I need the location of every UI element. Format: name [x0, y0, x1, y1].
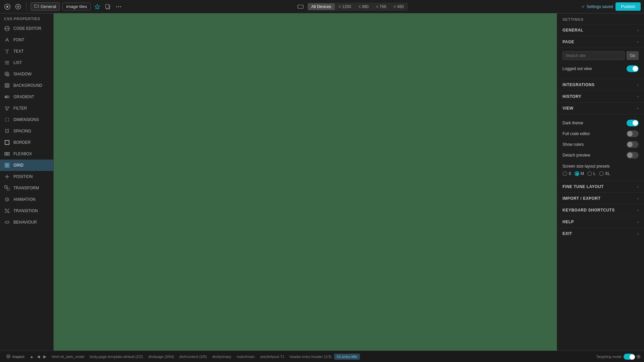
publish-button[interactable]: Publish — [615, 2, 641, 11]
chevron-fine-tune: › — [637, 185, 639, 189]
nav-up-btn[interactable]: ▲ — [28, 354, 35, 360]
device-all[interactable]: All Devices — [308, 3, 334, 10]
search-site-input[interactable] — [562, 51, 625, 60]
breadcrumb-article[interactable]: article#post-71 — [257, 354, 287, 360]
filter-label: FILTER — [13, 106, 27, 111]
sidebar-item-code-editor[interactable]: CODE EDITOR — [0, 23, 53, 34]
device-768[interactable]: < 768 — [373, 3, 389, 10]
section-exit[interactable]: EXIT › — [557, 228, 644, 239]
sidebar-item-spacing[interactable]: SPACING — [0, 125, 53, 137]
detach-preview-toggle[interactable] — [627, 152, 639, 159]
image-tiles-label: image tiles — [66, 4, 87, 9]
section-integrations[interactable]: INTEGRATIONS › — [557, 79, 644, 90]
sidebar-item-list[interactable]: LIST — [0, 57, 53, 68]
section-exit-label: EXIT — [562, 231, 572, 236]
preset-m[interactable]: M — [575, 171, 584, 176]
sidebar-item-shadow[interactable]: SHADOW — [0, 68, 53, 80]
more-icon[interactable] — [115, 3, 123, 11]
preset-xl[interactable]: XL — [599, 171, 610, 176]
preset-s-label: S — [569, 171, 571, 176]
wordpress-icon[interactable]: ⊕ — [636, 353, 641, 360]
sidebar-item-font[interactable]: FONT — [0, 34, 53, 46]
sidebar-item-dimensions[interactable]: DIMENSIONS — [0, 114, 53, 125]
topbar: General image tiles All Devices < 1200 <… — [0, 0, 644, 13]
image-tiles-btn[interactable]: image tiles — [62, 3, 91, 10]
svg-rect-31 — [5, 166, 7, 167]
targeting-mode-label: Targeting mode — [596, 355, 622, 359]
sidebar-item-text[interactable]: TEXT — [0, 46, 53, 57]
section-page[interactable]: PAGE › — [557, 36, 644, 48]
sidebar-item-border[interactable]: BORDER — [0, 137, 53, 148]
sidebar-item-flexbox[interactable]: FLEXBOX — [0, 148, 53, 160]
sidebar-item-background[interactable]: BACKGROUND — [0, 80, 53, 91]
section-import-export[interactable]: IMPORT / EXPORT › — [557, 192, 644, 204]
list-icon — [4, 60, 10, 66]
targeting-mode-toggle[interactable] — [624, 354, 634, 360]
preset-l[interactable]: L — [587, 171, 596, 176]
logged-out-view-toggle[interactable] — [627, 65, 639, 72]
section-help[interactable]: HELP › — [557, 216, 644, 228]
sidebar-item-grid[interactable]: GRID — [0, 160, 53, 171]
bottom-bar: Inspect ▲ ◀ ▶ html.mt_dark_mode body.pag… — [0, 351, 644, 362]
animation-label: ANIMATION — [13, 197, 36, 202]
filter-icon — [4, 105, 10, 111]
device-980[interactable]: < 980 — [355, 3, 372, 10]
sidebar-item-animation[interactable]: ANIMATION — [0, 194, 53, 205]
sidebar-item-transform[interactable]: TRANSFORM — [0, 182, 53, 194]
section-fine-tune[interactable]: FINE TUNE LAYOUT › — [557, 181, 644, 192]
breadcrumb-header[interactable]: header.entry-header (1/3) — [287, 354, 334, 360]
full-code-editor-toggle[interactable] — [627, 130, 639, 137]
section-view[interactable]: VIEW › — [557, 102, 644, 114]
sidebar-item-behaviour[interactable]: BEHAVIOUR — [0, 217, 53, 228]
device-480[interactable]: < 480 — [390, 3, 407, 10]
device-picker-icon[interactable] — [297, 3, 305, 11]
sidebar-item-position[interactable]: POSITION — [0, 171, 53, 182]
sidebar-item-gradient[interactable]: GRADIENT — [0, 91, 53, 103]
breadcrumb-body[interactable]: body.page-template-default (2/2) — [87, 354, 146, 360]
sidebar-item-filter[interactable]: FILTER — [0, 103, 53, 114]
nav-right-btn[interactable]: ▶ — [42, 354, 48, 360]
view-section-content: Dark theme Full code editor Show rulers — [557, 114, 644, 181]
dark-theme-toggle[interactable] — [627, 120, 639, 126]
breadcrumb-html[interactable]: html.mt_dark_mode — [49, 354, 87, 360]
breadcrumb-div-page[interactable]: div#page (3/64) — [146, 354, 176, 360]
preset-options: S M L XL — [562, 171, 639, 176]
breadcrumb-main[interactable]: main#main — [234, 354, 258, 360]
device-1200[interactable]: < 1200 — [335, 3, 355, 10]
logo-icon[interactable] — [3, 3, 11, 11]
full-code-editor-row: Full code editor — [562, 128, 639, 139]
page-name-btn[interactable]: General — [31, 2, 60, 11]
behaviour-icon — [4, 219, 10, 225]
breadcrumb-div-primary[interactable]: div#primary — [210, 354, 234, 360]
inspect-btn[interactable]: Inspect — [3, 354, 27, 359]
animation-icon — [4, 196, 10, 202]
chevron-keyboard-shortcuts: › — [637, 208, 639, 212]
section-general[interactable]: GENERAL › — [557, 24, 644, 36]
section-history[interactable]: HISTORY › — [557, 90, 644, 102]
shadow-label: SHADOW — [13, 72, 32, 76]
nav-left-btn[interactable]: ◀ — [36, 354, 41, 360]
sidebar-item-transition[interactable]: TRANSITION — [0, 205, 53, 217]
svg-point-41 — [5, 209, 6, 210]
go-button[interactable]: Go — [627, 51, 639, 60]
preset-s[interactable]: S — [562, 171, 571, 176]
section-page-label: PAGE — [562, 40, 574, 44]
star-icon[interactable] — [93, 3, 101, 11]
show-rulers-toggle[interactable] — [627, 141, 639, 148]
dimensions-label: DIMENSIONS — [13, 117, 39, 122]
canvas[interactable] — [54, 13, 557, 362]
breadcrumb-div-content[interactable]: div#content (3/5) — [177, 354, 210, 360]
chevron-exit: › — [637, 232, 639, 236]
add-icon[interactable] — [14, 3, 22, 11]
preset-xl-label: XL — [605, 171, 610, 176]
transition-label: TRANSITION — [13, 208, 38, 213]
show-rulers-label: Show rulers — [562, 142, 584, 147]
show-rulers-row: Show rulers — [562, 139, 639, 150]
section-keyboard-shortcuts[interactable]: KEYBOARD SHORTCUTS › — [557, 204, 644, 216]
section-keyboard-shortcuts-label: KEYBOARD SHORTCUTS — [562, 208, 615, 213]
breadcrumb-h1[interactable]: h1.entry-title — [334, 354, 360, 360]
code-editor-label: CODE EDITOR — [13, 26, 41, 31]
radio-xl — [599, 171, 604, 176]
svg-rect-32 — [7, 166, 9, 167]
copy-icon[interactable] — [104, 3, 112, 11]
